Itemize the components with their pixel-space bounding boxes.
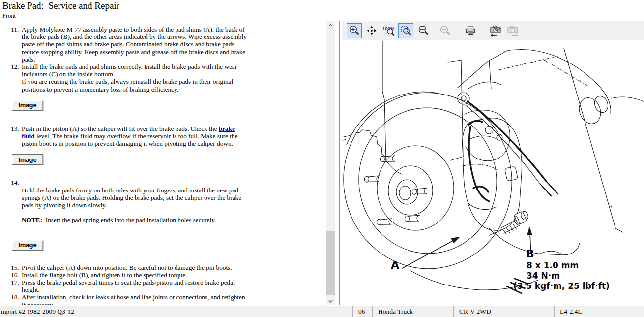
step-text: Install the flange bolt (B), and tighten… <box>22 271 248 279</box>
step-text: Install the brake pads and pad shims cor… <box>22 63 248 93</box>
header: Brake Pad: Service and Repair Front <box>0 0 644 20</box>
diagram-viewport[interactable]: A B 8 x 1.0 mm 34 N·m (3.5 kgf·m, 25 lbf… <box>342 40 644 305</box>
page-subtitle: Front <box>2 12 16 20</box>
procedure-panel: 11. Apply Molykote M-77 assembly paste t… <box>0 21 336 305</box>
page-title: Brake Pad: Service and Repair <box>2 0 119 11</box>
note-label: NOTE: <box>22 216 42 223</box>
step-number: 11. <box>11 26 22 63</box>
step-text: Hold the brake pads firmly on both sides… <box>22 179 248 231</box>
step-text: Press the brake pedal several times to s… <box>22 279 248 293</box>
step-18: 18. After installation, check for leaks … <box>11 293 326 305</box>
step-text: Apply Molykote M-77 assembly paste to bo… <box>22 26 248 63</box>
zoom-in-button[interactable] <box>347 23 362 38</box>
zoom-100-button[interactable]: 100% <box>381 23 396 38</box>
zoom-out-button[interactable] <box>438 23 453 38</box>
pan-icon <box>366 25 378 36</box>
brake-assembly-diagram <box>342 40 644 305</box>
step-16: 16. Install the flange bolt (B), and tig… <box>11 271 326 279</box>
fit-width-icon <box>417 25 429 36</box>
step-17: 17. Press the brake pedal several times … <box>11 279 326 293</box>
previous-image-icon <box>489 24 502 37</box>
document-scrollbar[interactable] <box>326 21 335 305</box>
chevron-down-icon <box>328 300 333 303</box>
step-text: Pivot the caliper (A) down into position… <box>22 264 248 271</box>
scroll-down-button[interactable] <box>326 297 335 305</box>
pan-button[interactable] <box>364 23 379 38</box>
next-image-button[interactable] <box>505 23 520 38</box>
next-image-icon <box>506 24 520 37</box>
step-number: 18. <box>11 293 22 305</box>
service-manual-app: Brake Pad: Service and Repair Front 11. … <box>0 0 644 317</box>
image-button-2[interactable]: Image <box>12 154 43 165</box>
status-year: 06 <box>352 306 372 317</box>
step-12: 12. Install the brake pads and pad shims… <box>11 63 326 93</box>
note: NOTE: Insert the pad spring ends into th… <box>22 216 248 223</box>
scrollbar-thumb[interactable] <box>326 231 335 295</box>
step-text-post: level. The brake fluid may overflow if t… <box>22 132 238 147</box>
step-11: 11. Apply Molykote M-77 assembly paste t… <box>11 26 326 63</box>
fit-width-button[interactable] <box>415 23 431 38</box>
previous-image-button[interactable] <box>488 23 503 38</box>
panel-splitter[interactable] <box>336 21 342 305</box>
torque-spec-alt: (3.5 kgf·m, 25 lbf·ft) <box>513 281 610 291</box>
step-number: 14. <box>11 179 22 231</box>
step-number: 17. <box>11 279 22 293</box>
chevron-up-icon <box>328 24 333 27</box>
status-database: mport #2 1982-2009 Q3-12 <box>0 306 352 317</box>
image-panel: 100% <box>342 21 644 305</box>
step-text: After installation, check for leaks at h… <box>22 293 248 305</box>
status-make: Honda Truck <box>372 306 453 317</box>
step-14: 14. Hold the brake pads firmly on both s… <box>11 179 326 231</box>
step-text-pre: Push in the piston (A) so the caliper wi… <box>22 125 219 132</box>
zoom-out-icon <box>439 25 451 36</box>
zoom-100-icon: 100% <box>382 25 395 36</box>
procedure-text: 11. Apply Molykote M-77 assembly paste t… <box>0 21 326 305</box>
status-engine: L4-2.4L <box>554 306 644 317</box>
fit-page-icon <box>400 25 412 36</box>
note-text: Insert the pad spring ends into the pad … <box>46 216 216 223</box>
diagram-label-a: A <box>391 259 399 271</box>
step-text: Push in the piston (A) so the caliper wi… <box>22 125 248 148</box>
image-button-3[interactable]: Image <box>12 240 43 251</box>
status-model: CR-V 2WD <box>453 306 554 317</box>
print-button[interactable] <box>463 23 478 38</box>
image-toolbar: 100% <box>342 21 644 40</box>
step-15: 15. Pivot the caliper (A) down into posi… <box>11 264 326 271</box>
diagram-label-b: B <box>526 248 534 260</box>
scroll-up-button[interactable] <box>326 21 335 29</box>
step-13: 13. Push in the piston (A) so the calipe… <box>11 125 326 148</box>
image-button-1[interactable]: Image <box>12 100 43 111</box>
status-bar: mport #2 1982-2009 Q3-12 06 Honda Truck … <box>0 306 644 317</box>
step-14-body: Hold the brake pads firmly on both sides… <box>22 187 241 209</box>
print-icon <box>465 25 476 36</box>
step-number: 12. <box>11 63 22 93</box>
torque-spec-size: 8 x 1.0 mm <box>527 260 579 270</box>
zoom-in-icon <box>349 25 360 36</box>
step-number: 16. <box>11 271 22 279</box>
step-number: 13. <box>11 125 22 148</box>
torque-spec-nm: 34 N·m <box>527 271 560 281</box>
step-number: 15. <box>11 264 22 271</box>
fit-page-button[interactable] <box>398 23 413 38</box>
